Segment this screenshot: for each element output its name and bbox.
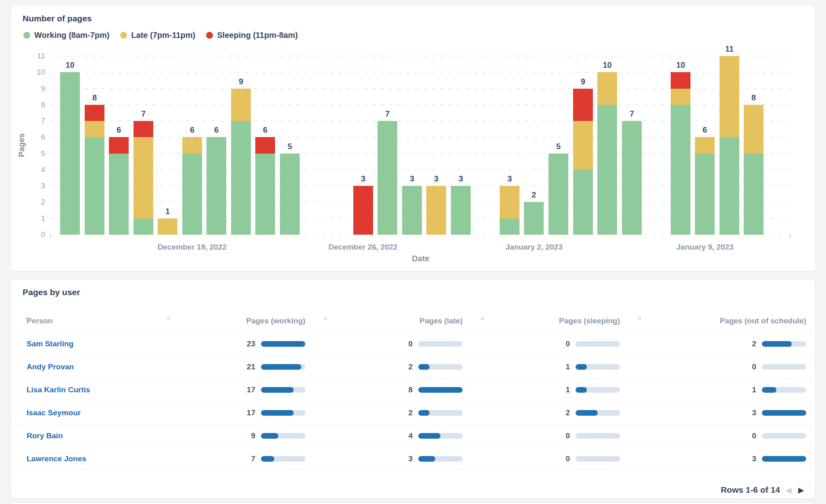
y-tick-label: 6: [21, 133, 45, 142]
person-link[interactable]: Lawrence Jones: [27, 454, 86, 463]
bar-value-label: 3: [507, 174, 512, 183]
bar-segment-working: [622, 121, 642, 235]
bar-segment-sleeping: [671, 72, 690, 89]
metric-value-late: 8: [380, 385, 413, 394]
progress-bar-late: [418, 433, 463, 439]
person-link[interactable]: Andy Provan: [27, 362, 74, 371]
progress-fill-sleeping: [576, 387, 587, 393]
bar-value-label: 6: [117, 125, 121, 135]
metric-value-out: 0: [724, 431, 756, 440]
progress-fill-working: [261, 410, 294, 416]
progress-fill-sleeping: [576, 410, 598, 416]
metric-value-sleeping: 2: [538, 408, 570, 417]
axis-tick-left: [50, 235, 51, 238]
x-tick-label: December 19, 2022: [158, 243, 227, 252]
person-link[interactable]: Lisa Karlin Curtis: [27, 385, 90, 394]
bar-segment-sleeping: [109, 137, 129, 154]
bar-value-label: 6: [190, 125, 194, 135]
progress-fill-out: [762, 341, 792, 347]
chevron-right-icon: ▶: [798, 486, 804, 494]
bar-segment-working: [206, 137, 226, 235]
progress-bar-sleeping: [576, 433, 620, 439]
bar-segment-late: [158, 219, 177, 235]
bar-value-label: 1: [165, 207, 170, 216]
table-row: Sam Starling23002: [11, 332, 815, 355]
progress-bar-out: [762, 341, 806, 347]
metric-value-working: 9: [223, 431, 255, 440]
y-tick-label: 1: [21, 214, 45, 223]
bar-value-label: 8: [751, 93, 756, 102]
metric-value-working: 21: [223, 362, 255, 371]
metric-value-out: 0: [724, 362, 756, 371]
bar-value-label: 3: [459, 174, 463, 183]
metric-value-late: 2: [380, 362, 413, 371]
bar-segment-late: [133, 137, 153, 219]
x-tick-label: January 9, 2023: [676, 243, 734, 252]
previous-page-button[interactable]: ◀: [786, 485, 792, 495]
bar-value-label: 5: [556, 142, 561, 151]
bar-value-label: 3: [434, 174, 438, 183]
progress-bar-working: [261, 341, 305, 347]
table-row: Lisa Karlin Curtis17811: [11, 378, 815, 401]
bar-segment-sleeping: [85, 105, 104, 121]
metric-value-working: 17: [223, 408, 255, 417]
bar-value-label: 7: [385, 109, 390, 119]
bar-segment-late: [695, 137, 715, 154]
progress-fill-late: [418, 456, 435, 462]
progress-bar-working: [261, 456, 305, 462]
progress-bar-late: [418, 341, 463, 347]
person-link[interactable]: Sam Starling: [27, 339, 73, 348]
progress-bar-working: [261, 387, 305, 393]
bar-value-label: 10: [65, 60, 74, 70]
y-tick-label: 11: [21, 52, 45, 60]
bar-segment-sleeping: [255, 137, 275, 154]
progress-fill-sleeping: [576, 364, 587, 370]
progress-fill-out: [762, 410, 806, 416]
metric-value-out: 1: [724, 385, 756, 394]
next-page-button[interactable]: ▶: [798, 485, 804, 495]
bar-segment-late: [744, 105, 763, 154]
progress-bar-working: [261, 364, 305, 370]
bar-value-label: 3: [410, 174, 414, 183]
progress-fill-working: [261, 433, 278, 439]
y-tick-label: 0: [21, 230, 45, 239]
bar-segment-working: [573, 170, 593, 235]
metric-value-sleeping: 0: [538, 431, 570, 440]
x-tick-label: January 2, 2023: [505, 243, 563, 252]
bar-segment-working: [378, 121, 397, 235]
bar-segment-late: [426, 186, 446, 235]
table-row: Isaac Seymour17223: [11, 401, 815, 424]
bar-segment-late: [671, 89, 690, 105]
progress-bar-sleeping: [576, 341, 620, 347]
metric-value-working: 23: [223, 339, 255, 348]
bar-segment-late: [182, 137, 202, 154]
progress-bar-sleeping: [576, 410, 620, 416]
bar-value-label: 9: [239, 77, 243, 86]
table-row: Rory Bain9400: [11, 424, 815, 447]
bar-value-label: 7: [141, 109, 146, 119]
bar-segment-late: [720, 56, 739, 137]
bar-value-label: 9: [581, 77, 585, 86]
metric-value-sleeping: 1: [538, 362, 570, 371]
bar-value-label: 11: [725, 44, 734, 54]
bar-segment-late: [597, 72, 617, 105]
progress-fill-working: [261, 387, 294, 393]
metric-value-late: 2: [380, 408, 413, 417]
progress-fill-late: [418, 387, 463, 393]
metric-value-sleeping: 0: [538, 454, 570, 463]
metric-value-out: 2: [724, 339, 756, 348]
person-link[interactable]: Rory Bain: [27, 431, 63, 440]
progress-bar-working: [261, 433, 305, 439]
person-link[interactable]: Isaac Seymour: [27, 408, 81, 417]
progress-bar-out: [762, 410, 806, 416]
bar-segment-sleeping: [133, 121, 153, 137]
pages-chart-card: Number of pages Working (8am-7pm)Late (7…: [10, 5, 816, 271]
bar-value-label: 6: [263, 125, 267, 135]
bar-segment-working: [255, 154, 275, 235]
progress-fill-late: [418, 433, 440, 439]
y-tick-label: 9: [21, 84, 45, 93]
progress-bar-late: [418, 364, 463, 370]
bar-segment-late: [231, 89, 251, 121]
table-body: Sam Starling23002Andy Provan21210Lisa Ka…: [11, 279, 815, 498]
bar-segment-late: [85, 121, 104, 137]
